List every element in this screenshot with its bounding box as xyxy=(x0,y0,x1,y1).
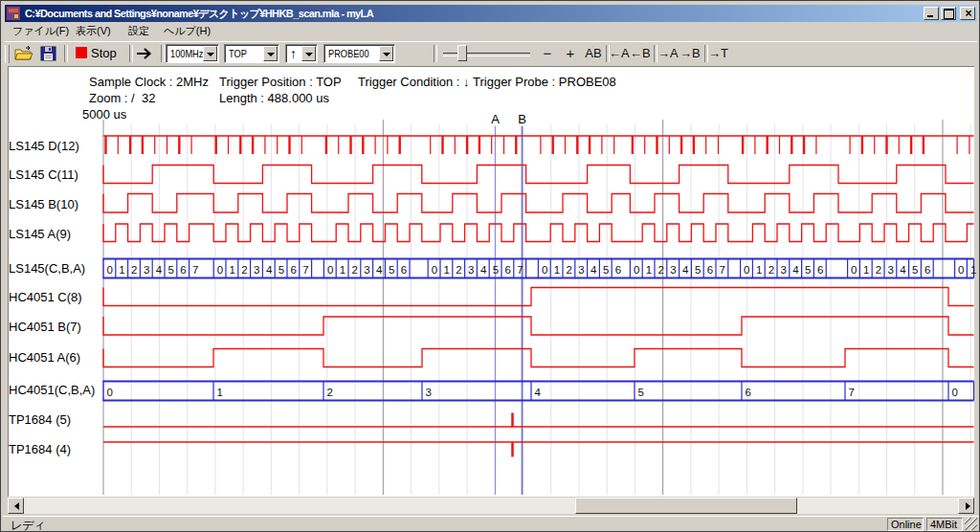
svg-text:1: 1 xyxy=(646,264,652,276)
svg-text:4: 4 xyxy=(156,264,163,276)
svg-text:2: 2 xyxy=(131,264,137,276)
svg-text:2: 2 xyxy=(456,264,461,276)
svg-text:3: 3 xyxy=(144,264,149,276)
waveform-0 xyxy=(103,136,974,154)
waveform-7 xyxy=(103,349,974,367)
svg-text:6: 6 xyxy=(505,264,511,276)
svg-text:0: 0 xyxy=(432,264,437,276)
waveform-4: 0123456701234567012345601234567012345601… xyxy=(103,259,977,278)
application-window: C:¥Documents and Settings¥noname¥デスクトップ¥… xyxy=(0,0,980,532)
waveform-plot: AB01234567012345670123456012345670123456… xyxy=(1,1,980,532)
waveform-10 xyxy=(103,442,974,457)
svg-text:5: 5 xyxy=(168,264,174,276)
svg-text:0: 0 xyxy=(542,264,547,276)
cursors: AB xyxy=(491,112,526,495)
svg-text:6: 6 xyxy=(291,264,297,276)
waveform-8: 012345670 xyxy=(103,382,974,401)
svg-text:5: 5 xyxy=(695,264,701,276)
svg-text:1: 1 xyxy=(217,387,223,398)
svg-text:5: 5 xyxy=(805,264,811,276)
scroll-right-button[interactable] xyxy=(958,498,974,514)
svg-text:7: 7 xyxy=(302,264,308,276)
svg-text:2: 2 xyxy=(352,264,358,276)
svg-text:3: 3 xyxy=(468,264,474,276)
svg-text:3: 3 xyxy=(888,264,894,276)
svg-text:2: 2 xyxy=(768,264,774,276)
svg-text:0: 0 xyxy=(107,264,113,276)
svg-text:7: 7 xyxy=(192,264,198,276)
svg-text:7: 7 xyxy=(720,264,725,276)
svg-text:4: 4 xyxy=(376,264,383,276)
svg-text:1: 1 xyxy=(119,264,124,276)
svg-text:3: 3 xyxy=(578,264,584,276)
svg-text:6: 6 xyxy=(615,264,621,276)
svg-text:6: 6 xyxy=(180,264,186,276)
svg-text:4: 4 xyxy=(535,387,542,398)
svg-text:3: 3 xyxy=(364,264,369,276)
svg-text:6: 6 xyxy=(746,387,751,398)
svg-text:0: 0 xyxy=(851,264,857,276)
scroll-left-button[interactable] xyxy=(8,498,24,514)
cursor-label-a: A xyxy=(491,112,500,126)
svg-text:4: 4 xyxy=(682,264,689,276)
horizontal-scrollbar[interactable] xyxy=(8,498,974,514)
svg-text:6: 6 xyxy=(817,264,823,276)
status-memory: 4MBit xyxy=(926,518,963,531)
svg-text:2: 2 xyxy=(658,264,664,276)
svg-text:0: 0 xyxy=(958,264,964,276)
waveform-5 xyxy=(103,288,974,306)
svg-text:1: 1 xyxy=(554,264,560,276)
svg-text:0: 0 xyxy=(327,264,333,276)
svg-text:6: 6 xyxy=(707,264,713,276)
svg-text:4: 4 xyxy=(792,264,799,276)
svg-text:2: 2 xyxy=(327,387,333,398)
resize-grip[interactable] xyxy=(965,518,977,530)
cursor-label-b: B xyxy=(518,112,526,126)
svg-text:6: 6 xyxy=(924,264,930,276)
svg-text:6: 6 xyxy=(401,264,407,276)
svg-text:0: 0 xyxy=(744,264,749,276)
svg-text:5: 5 xyxy=(603,264,609,276)
grid xyxy=(103,120,970,495)
svg-text:0: 0 xyxy=(634,264,639,276)
svg-text:0: 0 xyxy=(107,387,113,398)
status-online: Online xyxy=(887,518,924,531)
svg-text:5: 5 xyxy=(638,387,644,398)
svg-text:2: 2 xyxy=(241,264,247,276)
waveform-2 xyxy=(103,194,974,213)
svg-text:2: 2 xyxy=(876,264,881,276)
svg-text:0: 0 xyxy=(217,264,223,276)
svg-text:3: 3 xyxy=(254,264,259,276)
svg-text:1: 1 xyxy=(970,264,976,276)
svg-text:1: 1 xyxy=(444,264,450,276)
svg-text:4: 4 xyxy=(900,264,906,276)
svg-text:3: 3 xyxy=(426,387,432,398)
svg-text:7: 7 xyxy=(517,264,523,276)
svg-text:4: 4 xyxy=(590,264,597,276)
svg-text:1: 1 xyxy=(863,264,869,276)
svg-text:1: 1 xyxy=(756,264,762,276)
svg-text:1: 1 xyxy=(230,264,235,276)
svg-text:3: 3 xyxy=(781,264,787,276)
waveform-1 xyxy=(103,166,974,184)
svg-text:5: 5 xyxy=(912,264,918,276)
svg-text:1: 1 xyxy=(340,264,345,276)
svg-text:2: 2 xyxy=(567,264,572,276)
status-text: レディ xyxy=(11,518,46,532)
svg-text:4: 4 xyxy=(266,264,273,276)
svg-text:5: 5 xyxy=(493,264,499,276)
waveform-3 xyxy=(103,224,974,242)
svg-text:4: 4 xyxy=(480,264,487,276)
waveform-6 xyxy=(103,317,974,335)
svg-text:5: 5 xyxy=(278,264,284,276)
svg-text:5: 5 xyxy=(389,264,394,276)
scrollbar-thumb[interactable] xyxy=(575,498,797,514)
waveform-9 xyxy=(103,413,974,428)
svg-text:3: 3 xyxy=(670,264,676,276)
svg-text:0: 0 xyxy=(952,387,958,398)
status-bar: レディ Online 4MBit xyxy=(3,516,979,532)
svg-text:7: 7 xyxy=(849,387,855,398)
